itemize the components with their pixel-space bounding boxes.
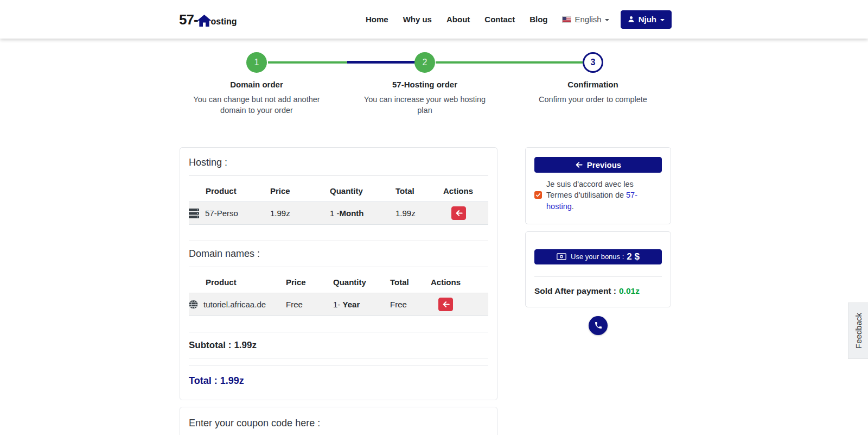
divider <box>189 332 488 332</box>
house-icon <box>197 14 212 27</box>
user-icon <box>628 16 635 23</box>
feedback-tab[interactable]: Feedback <box>848 302 868 359</box>
column-total: Total <box>395 183 443 202</box>
phone-button[interactable] <box>589 316 608 335</box>
bonus-label: Use your bonus : <box>571 253 624 261</box>
column-actions: Actions <box>443 183 488 202</box>
table-header-row: Product Price Quantity Total Actions <box>189 274 488 293</box>
subtotal: Subtotal :1.99z <box>189 340 488 351</box>
hosting-heading: Hosting : <box>189 157 488 168</box>
product-name: 57-Perso <box>205 209 238 218</box>
arrow-left-icon <box>455 210 463 217</box>
arrow-left-icon <box>442 301 450 308</box>
globe-icon <box>189 300 198 309</box>
subtotal-value: 1.99z <box>234 340 257 350</box>
divider <box>189 358 488 358</box>
terms-row: Je suis d'accord avec les Termes d'utili… <box>534 179 662 212</box>
step-circle: 3 <box>583 52 603 73</box>
table-row: 57-Perso 1.99z 1 -Month 1.99z <box>189 202 488 225</box>
step-title: Confirmation <box>509 80 677 89</box>
column-price: Price <box>270 183 330 202</box>
divider <box>189 365 488 365</box>
check-icon <box>535 192 541 198</box>
nav-item-why-us[interactable]: Why us <box>403 15 432 24</box>
coupon-card: Enter your coupon code here : Apply the … <box>180 407 497 435</box>
hosting-table: Product Price Quantity Total Actions <box>189 183 488 225</box>
domains-heading: Domain names : <box>189 248 488 260</box>
phone-icon <box>594 321 603 330</box>
product-total: 1.99z <box>395 202 443 225</box>
step-description: You can increase your web hosting plan <box>356 94 493 116</box>
terms-card: Previous Je suis d'accord avec les Terme… <box>525 147 671 224</box>
previous-label: Previous <box>587 160 621 169</box>
brand-suffix: osting <box>211 17 237 26</box>
column-quantity: Quantity <box>330 183 395 202</box>
column-product: Product <box>189 183 270 202</box>
content: Hosting : Product Price Quantity Total A… <box>180 147 868 435</box>
remove-domain-button[interactable] <box>438 298 453 311</box>
product-price: 1.99z <box>270 202 330 225</box>
arrow-left-icon <box>575 161 583 168</box>
divider <box>189 267 488 267</box>
step-circle: 2 <box>414 52 435 73</box>
main-column: Hosting : Product Price Quantity Total A… <box>180 147 497 435</box>
chevron-down-icon <box>660 19 665 21</box>
step-hosting-order: 2 57-Hosting order You can increase your… <box>341 52 509 116</box>
step-circle: 1 <box>246 52 267 73</box>
stepper: 1 Domain order You can change but not ad… <box>173 52 677 138</box>
table-row: tutoriel.africaa.de Free 1- Year Free <box>189 293 488 316</box>
brand-prefix: 57- <box>179 12 198 27</box>
use-bonus-button[interactable]: Use your bonus : 2 $ <box>534 249 662 264</box>
sold-after-payment: Sold After payment :0.01z <box>534 286 662 296</box>
divider <box>534 276 662 277</box>
coupon-heading: Enter your coupon code here : <box>189 418 488 429</box>
terms-checkbox[interactable] <box>534 191 542 199</box>
product-quantity: 1 -Month <box>330 202 395 225</box>
domain-total: Free <box>390 293 431 316</box>
domain-quantity: 1- Year <box>333 293 390 316</box>
nav-item-blog[interactable]: Blog <box>529 15 547 24</box>
nav-item-home[interactable]: Home <box>366 15 388 24</box>
domains-table: Product Price Quantity Total Actions <box>189 274 488 316</box>
server-icon <box>189 209 200 218</box>
feedback-label: Feedback <box>854 313 863 349</box>
divider <box>189 241 488 241</box>
domain-name: tutoriel.africaa.de <box>203 300 266 309</box>
nav-item-contact[interactable]: Contact <box>484 15 515 24</box>
domain-price: Free <box>286 293 333 316</box>
step-description: Confirm your order to complete <box>525 94 661 105</box>
language-label: English <box>575 15 601 24</box>
column-product: Product <box>189 274 286 293</box>
column-actions: Actions <box>431 274 488 293</box>
step-description: You can change but not add another domai… <box>188 94 325 116</box>
money-bill-icon <box>557 253 566 260</box>
step-title: 57-Hosting order <box>341 80 509 89</box>
nav-links: Home Why us About Contact Blog <box>366 15 563 24</box>
nav-item-about[interactable]: About <box>446 15 470 24</box>
step-number: 1 <box>254 58 259 67</box>
divider <box>189 175 488 176</box>
bonus-card: Use your bonus : 2 $ Sold After payment … <box>525 231 671 307</box>
chevron-down-icon <box>605 19 609 21</box>
total: Total :1.99z <box>189 375 488 387</box>
terms-label: Je suis d'accord avec les Termes d'utili… <box>546 179 648 212</box>
table-header-row: Product Price Quantity Total Actions <box>189 183 488 202</box>
order-summary-card: Hosting : Product Price Quantity Total A… <box>180 147 497 400</box>
brand-logo[interactable]: 57- osting <box>179 12 237 27</box>
bonus-value: 2 $ <box>627 251 640 262</box>
sold-value: 0.01z <box>619 286 640 295</box>
previous-button[interactable]: Previous <box>534 157 662 173</box>
user-menu-button[interactable]: Njuh <box>621 10 672 29</box>
subtotal-label: Subtotal : <box>189 340 231 350</box>
step-confirmation: 3 Confirmation Confirm your order to com… <box>509 52 677 116</box>
total-label: Total : <box>189 375 218 386</box>
page: 57- osting Home Why us About Contact Blo… <box>0 0 868 435</box>
remove-hosting-button[interactable] <box>451 206 466 220</box>
column-price: Price <box>286 274 333 293</box>
language-dropdown[interactable]: English <box>562 15 609 24</box>
column-quantity: Quantity <box>333 274 390 293</box>
column-total: Total <box>390 274 431 293</box>
step-number: 2 <box>423 58 427 67</box>
side-column: Previous Je suis d'accord avec les Terme… <box>525 147 671 335</box>
step-domain-order: 1 Domain order You can change but not ad… <box>173 52 341 116</box>
